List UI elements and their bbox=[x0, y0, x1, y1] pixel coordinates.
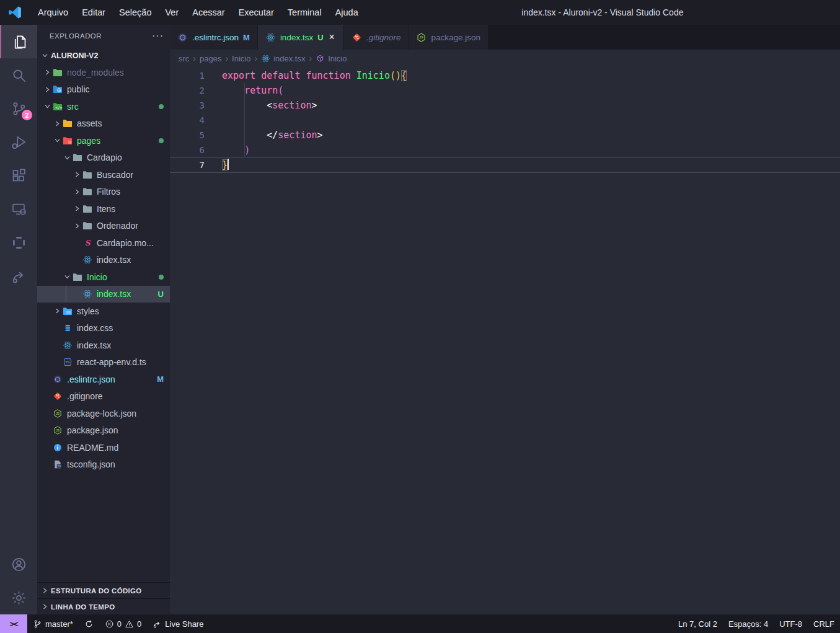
chevron-down-icon bbox=[62, 272, 72, 282]
chevron-down-icon bbox=[40, 51, 50, 61]
status-live-share[interactable]: Live Share bbox=[147, 614, 209, 633]
folder-plain bbox=[82, 221, 93, 231]
tree-item-index-tsx[interactable]: index.tsx bbox=[37, 252, 170, 269]
code-token: ) bbox=[396, 70, 401, 81]
breadcrumb-separator: › bbox=[225, 53, 228, 63]
tree-item-styles[interactable]: styles bbox=[37, 303, 170, 320]
menu-executar[interactable]: Executar bbox=[232, 5, 281, 20]
tree-item-ordenador[interactable]: Ordenador bbox=[37, 218, 170, 235]
git-icon bbox=[351, 32, 362, 43]
status-sync[interactable] bbox=[79, 614, 99, 633]
breadcrumb-src-0[interactable]: src bbox=[179, 54, 189, 63]
tab-index-tsx[interactable]: index.tsxU× bbox=[258, 25, 344, 50]
chevron-down-icon bbox=[42, 102, 52, 112]
tree-item-package-json[interactable]: JSpackage.json bbox=[37, 422, 170, 440]
tree-item-itens[interactable]: Itens bbox=[37, 200, 170, 218]
activity-account[interactable] bbox=[0, 547, 37, 581]
menu-ajuda[interactable]: Ajuda bbox=[329, 5, 365, 20]
line-content: return( bbox=[205, 83, 840, 98]
activity-live-share[interactable] bbox=[0, 259, 37, 293]
svg-text:JS: JS bbox=[56, 429, 60, 432]
tree-item-react-app-env-d-ts[interactable]: TSreact-app-env.d.ts bbox=[37, 354, 170, 371]
section-estrutura-do-c-digo[interactable]: ESTRUTURA DO CÓDIGO bbox=[37, 582, 170, 598]
branch-icon bbox=[33, 619, 42, 629]
node-icon: JS bbox=[52, 425, 63, 435]
breadcrumb-index-tsx-3[interactable]: index.tsx bbox=[261, 54, 305, 63]
status-label: master* bbox=[45, 619, 73, 629]
tree-item-assets[interactable]: assets bbox=[37, 115, 170, 133]
activity-run-debug[interactable] bbox=[0, 125, 37, 159]
more-actions-icon[interactable]: ··· bbox=[152, 30, 164, 42]
menu-ver[interactable]: Ver bbox=[158, 5, 185, 20]
menu-arquivo[interactable]: Arquivo bbox=[31, 5, 75, 20]
breadcrumb-pages-1[interactable]: pages bbox=[200, 54, 221, 63]
activity-remote-explorer[interactable] bbox=[0, 192, 37, 226]
ts-def-icon: TS bbox=[62, 357, 73, 367]
remote-icon: >< bbox=[9, 619, 17, 629]
folder-plain bbox=[82, 170, 93, 180]
tree-item-readme-md[interactable]: README.md bbox=[37, 439, 170, 456]
breadcrumb-separator: › bbox=[193, 53, 196, 63]
chevron-spacer bbox=[72, 238, 82, 248]
menu-editar[interactable]: Editar bbox=[75, 5, 112, 20]
tree-item-node-modules[interactable]: node_modules bbox=[37, 64, 170, 81]
menu-acessar[interactable]: Acessar bbox=[185, 5, 231, 20]
info-icon bbox=[52, 443, 63, 453]
folder-plain bbox=[72, 153, 83, 162]
tree-item-eslintrc-json[interactable]: .eslintrc.jsonM bbox=[37, 371, 170, 388]
chevron-right-icon bbox=[72, 187, 82, 197]
menu-sele-o[interactable]: Seleção bbox=[112, 5, 158, 20]
tab-eslintrc-json[interactable]: .eslintrc.jsonM bbox=[170, 25, 258, 50]
status-indentation[interactable]: Espaços: 4 bbox=[723, 614, 774, 633]
activity-search[interactable] bbox=[0, 58, 37, 92]
svg-text:TS: TS bbox=[66, 361, 70, 365]
tree-item-pages[interactable]: pages bbox=[37, 132, 170, 149]
section-linha-do-tempo[interactable]: LINHA DO TEMPO bbox=[37, 598, 170, 614]
tree-item-filtros[interactable]: Filtros bbox=[37, 184, 170, 201]
git-icon bbox=[52, 391, 63, 401]
tab-gitignore[interactable]: .gitignore bbox=[344, 25, 409, 50]
section-label: ESTRUTURA DO CÓDIGO bbox=[51, 587, 141, 595]
status-remote[interactable]: >< bbox=[0, 614, 27, 633]
tab-label: .gitignore bbox=[366, 33, 401, 42]
activity-settings[interactable] bbox=[0, 581, 37, 614]
close-icon[interactable]: × bbox=[328, 32, 336, 43]
tree-item-gitignore[interactable]: .gitignore bbox=[37, 388, 170, 405]
activity-explorer[interactable] bbox=[0, 25, 37, 58]
sync-icon bbox=[84, 619, 94, 629]
tree-item-label: Cardapio.mo... bbox=[97, 238, 154, 248]
react-icon bbox=[62, 340, 73, 350]
tree-item-index-tsx[interactable]: index.tsx bbox=[37, 337, 170, 354]
menu-terminal[interactable]: Terminal bbox=[281, 5, 329, 20]
activity-frame-tool[interactable] bbox=[0, 226, 37, 259]
workspace-root-row[interactable]: ALURONI-V2 bbox=[37, 47, 170, 64]
activity-source-control[interactable]: 2 bbox=[0, 92, 37, 125]
extensions-icon bbox=[11, 167, 27, 184]
status-cursor-position[interactable]: Ln 7, Col 2 bbox=[673, 614, 723, 633]
activity-extensions[interactable] bbox=[0, 159, 37, 192]
section-label: LINHA DO TEMPO bbox=[51, 603, 115, 611]
tree-item-index-tsx[interactable]: index.tsxU bbox=[37, 286, 170, 303]
svg-text:JS: JS bbox=[420, 36, 424, 39]
code-editor[interactable]: 1export default function Inicio(){2 retu… bbox=[170, 67, 840, 614]
tree-item-public[interactable]: public bbox=[37, 81, 170, 99]
tree-item-cardapio-mo[interactable]: SCardapio.mo... bbox=[37, 234, 170, 252]
tab-package-json[interactable]: JSpackage.json bbox=[409, 25, 489, 50]
tree-item-package-lock-json[interactable]: JSpackage-lock.json bbox=[37, 405, 170, 422]
breadcrumb-inicio-4[interactable]: Inicio bbox=[316, 54, 347, 63]
tree-item-buscador[interactable]: Buscador bbox=[37, 166, 170, 184]
tree-item-inicio[interactable]: Inicio bbox=[37, 268, 170, 286]
status-branch[interactable]: master* bbox=[27, 614, 79, 633]
breadcrumb-inicio-2[interactable]: Inicio bbox=[232, 54, 250, 63]
chevron-right-icon bbox=[42, 68, 52, 77]
status-encoding[interactable]: UTF-8 bbox=[774, 614, 808, 633]
tree-item-index-css[interactable]: index.css bbox=[37, 320, 170, 337]
status-eol[interactable]: CRLF bbox=[808, 614, 840, 633]
tree-item-tsconfig-json[interactable]: TStsconfig.json bbox=[37, 456, 170, 474]
chevron-right-icon bbox=[40, 602, 50, 612]
run-debug-icon bbox=[11, 134, 27, 151]
tree-item-src[interactable]: </>src bbox=[37, 98, 170, 115]
status-problems[interactable]: 00 bbox=[99, 614, 147, 633]
tree-item-cardapio[interactable]: Cardapio bbox=[37, 149, 170, 167]
tree-item-label: public bbox=[67, 84, 90, 94]
